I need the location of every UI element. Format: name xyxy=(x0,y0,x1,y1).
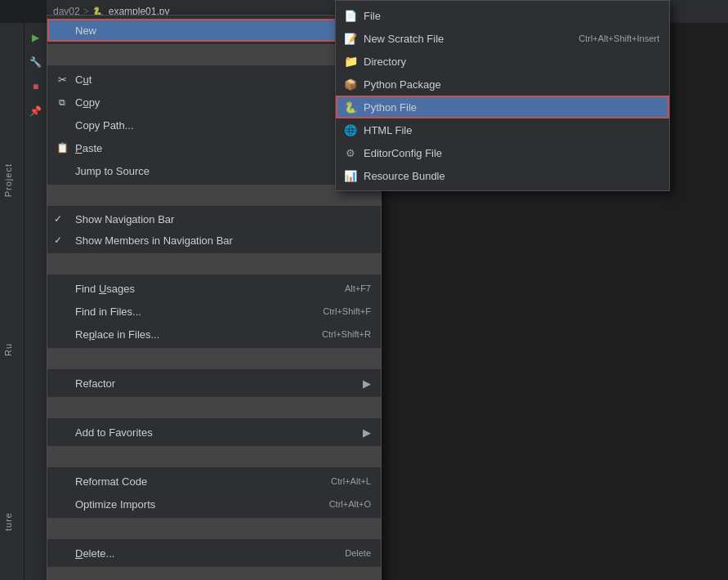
stop-button[interactable]: ■ xyxy=(28,78,44,95)
submenu-item-directory-label: Directory xyxy=(364,56,659,68)
menu-item-find-in-files[interactable]: Find in Files... Ctrl+Shift+F xyxy=(47,300,381,323)
structure-label: ture xyxy=(3,512,13,531)
copy-path-icon xyxy=(54,117,70,133)
menu-item-new[interactable]: New ▶ xyxy=(47,19,381,42)
menu-item-add-favorites[interactable]: Add to Favorites ▶ xyxy=(47,421,381,444)
menu-item-refactor-label: Refactor xyxy=(75,377,356,390)
menu-item-favorites-label: Add to Favorites xyxy=(75,426,356,439)
menu-item-find-usages-label: Find Usages xyxy=(75,283,332,295)
directory-icon: 📁 xyxy=(342,53,359,69)
find-usages-icon xyxy=(54,280,70,297)
separator-8 xyxy=(47,567,381,580)
submenu-item-html-label: HTML File xyxy=(364,124,659,136)
menu-item-jump-to-source[interactable]: Jump to Source F4 xyxy=(47,159,381,182)
submenu-item-html[interactable]: 🌐 HTML File xyxy=(336,118,669,141)
settings-button[interactable]: 🔧 xyxy=(28,54,44,70)
favorites-arrow: ▶ xyxy=(356,426,371,439)
refactor-arrow: ▶ xyxy=(356,377,371,390)
menu-item-optimize-label: Optimize Imports xyxy=(75,498,316,511)
show-nav-check: ✓ xyxy=(54,213,70,225)
replace-icon xyxy=(54,326,70,342)
separator-3 xyxy=(47,253,381,274)
menu-item-delete-label: Delete... xyxy=(75,547,332,560)
menu-item-cut[interactable]: ✂ Cut Ctrl+X xyxy=(47,68,381,91)
menu-item-replace-label: Replace in Files... xyxy=(75,328,309,341)
menu-item-paste-label: Paste xyxy=(75,142,333,154)
menu-item-jump-label: Jump to Source xyxy=(75,165,347,177)
submenu-item-editorconfig[interactable]: ⚙ EditorConfig File xyxy=(336,141,669,164)
run-toolbar: ▶ 🔧 ■ 📌 xyxy=(25,23,47,580)
menu-item-paste[interactable]: 📋 Paste Ctrl+V xyxy=(47,136,381,159)
menu-item-copy-path[interactable]: Copy Path... xyxy=(47,114,381,136)
delete-icon xyxy=(54,545,70,561)
scratch-icon: 📝 xyxy=(342,30,359,47)
python-package-icon: 📦 xyxy=(342,76,359,92)
reformat-shortcut: Ctrl+Alt+L xyxy=(331,476,371,486)
menu-item-show-nav-label: Show Navigation Bar xyxy=(75,213,371,225)
menu-item-new-label: New xyxy=(75,25,356,37)
menu-item-reformat[interactable]: Reformat Code Ctrl+Alt+L xyxy=(47,470,381,493)
separator-6 xyxy=(47,446,381,467)
run-label: Ru xyxy=(3,343,13,356)
separator-2 xyxy=(47,185,381,206)
jump-icon xyxy=(54,163,70,179)
cut-icon: ✂ xyxy=(54,71,70,87)
copy-icon: ⧉ xyxy=(54,94,70,110)
left-sidebar xyxy=(0,23,25,580)
separator-1 xyxy=(47,44,381,65)
submenu-item-python-file[interactable]: 🐍 Python File xyxy=(336,96,669,118)
submenu-item-python-file-label: Python File xyxy=(364,101,659,114)
context-menu: New ▶ ✂ Cut Ctrl+X ⧉ Copy Ctrl+C Copy Pa… xyxy=(47,15,382,580)
separator-7 xyxy=(47,518,381,539)
reformat-icon xyxy=(54,473,70,489)
menu-item-optimize-imports[interactable]: Optimize Imports Ctrl+Alt+O xyxy=(47,493,381,515)
menu-item-refactor[interactable]: Refactor ▶ xyxy=(47,372,381,395)
editorconfig-icon: ⚙ xyxy=(342,145,359,161)
find-usages-shortcut: Alt+F7 xyxy=(345,283,371,293)
submenu-item-file[interactable]: 📄 File xyxy=(336,4,669,27)
resource-bundle-icon: 📊 xyxy=(342,167,359,184)
python-file-icon: 🐍 xyxy=(342,99,359,115)
submenu-item-file-label: File xyxy=(364,10,659,22)
replace-shortcut: Ctrl+Shift+R xyxy=(322,329,371,339)
submenu-item-scratch-label: New Scratch File xyxy=(364,33,565,45)
show-members-check: ✓ xyxy=(54,234,70,246)
submenu-item-editorconfig-label: EditorConfig File xyxy=(364,147,659,159)
optimize-icon xyxy=(54,496,70,512)
submenu-item-python-package-label: Python Package xyxy=(364,78,659,91)
submenu-item-python-package[interactable]: 📦 Python Package xyxy=(336,73,669,96)
optimize-shortcut: Ctrl+Alt+O xyxy=(329,499,371,509)
separator-5 xyxy=(47,397,381,418)
delete-shortcut: Delete xyxy=(345,548,371,558)
pin-button[interactable]: 📌 xyxy=(28,103,44,119)
menu-item-copy-path-label: Copy Path... xyxy=(75,119,371,132)
separator-4 xyxy=(47,348,381,369)
project-label: Project xyxy=(3,163,13,197)
paste-icon: 📋 xyxy=(54,140,70,156)
menu-item-show-members-label: Show Members in Navigation Bar xyxy=(75,234,371,247)
submenu-item-directory[interactable]: 📁 Directory xyxy=(336,50,669,73)
menu-item-delete[interactable]: Delete... Delete xyxy=(47,542,381,564)
find-files-icon xyxy=(54,303,70,319)
file-new-icon: 📄 xyxy=(342,7,359,24)
html-icon: 🌐 xyxy=(342,122,359,138)
refactor-icon xyxy=(54,375,70,391)
menu-item-copy-label: Copy xyxy=(75,96,333,109)
menu-item-replace-in-files[interactable]: Replace in Files... Ctrl+Shift+R xyxy=(47,323,381,346)
find-files-shortcut: Ctrl+Shift+F xyxy=(323,306,371,316)
menu-item-copy[interactable]: ⧉ Copy Ctrl+C xyxy=(47,91,381,114)
new-icon xyxy=(54,22,70,38)
menu-item-cut-label: Cut xyxy=(75,74,333,86)
menu-item-find-usages[interactable]: Find Usages Alt+F7 xyxy=(47,277,381,300)
menu-item-show-members[interactable]: ✓ Show Members in Navigation Bar xyxy=(47,230,381,251)
menu-item-show-nav[interactable]: ✓ Show Navigation Bar xyxy=(47,208,381,230)
menu-item-reformat-label: Reformat Code xyxy=(75,475,318,488)
submenu-item-resource-bundle[interactable]: 📊 Resource Bundle xyxy=(336,164,669,187)
scratch-shortcut: Ctrl+Alt+Shift+Insert xyxy=(578,33,659,43)
run-button[interactable]: ▶ xyxy=(28,29,44,46)
submenu-item-scratch[interactable]: 📝 New Scratch File Ctrl+Alt+Shift+Insert xyxy=(336,27,669,50)
submenu-item-resource-bundle-label: Resource Bundle xyxy=(364,170,659,182)
submenu-new: 📄 File 📝 New Scratch File Ctrl+Alt+Shift… xyxy=(335,0,670,191)
menu-item-find-files-label: Find in Files... xyxy=(75,306,310,318)
favorites-icon xyxy=(54,424,70,440)
